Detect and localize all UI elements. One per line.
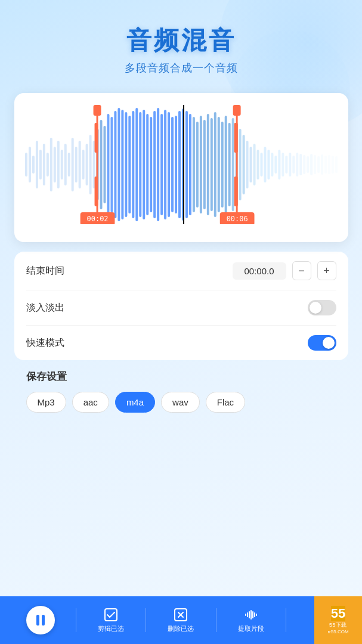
page-subtitle: 多段音频合成一个音频 [125,61,238,75]
svg-rect-30 [132,111,134,218]
header: 音频混音 多段音频合成一个音频 [125,0,238,81]
waveform-card: 00:02 00:06 [14,93,348,242]
end-time-minus-button[interactable]: − [292,261,311,280]
svg-rect-50 [203,120,205,209]
svg-rect-93 [93,105,101,116]
end-time-row: 结束时间 00:00.0 − + [26,252,336,290]
fast-mode-label: 快速模式 [26,337,64,349]
svg-rect-66 [260,153,262,177]
svg-rect-36 [153,111,156,218]
format-mp3-button[interactable]: Mp3 [26,392,66,413]
svg-rect-5 [42,144,45,185]
svg-rect-37 [157,108,159,221]
format-aac-button[interactable]: aac [72,392,109,413]
svg-rect-6 [46,153,48,177]
settings-area: 结束时间 00:00.0 − + 淡入淡出 快速模式 [14,252,348,360]
svg-rect-96 [182,105,184,224]
end-time-plus-button[interactable]: + [317,261,336,280]
svg-rect-79 [307,156,309,173]
fast-mode-toggle-knob [323,337,335,349]
svg-rect-7 [49,138,52,191]
svg-rect-74 [289,153,291,177]
format-m4a-button[interactable]: m4a [115,392,155,413]
svg-rect-55 [221,122,223,208]
save-settings-title: 保存设置 [26,370,336,383]
svg-rect-52 [210,118,212,211]
page-title: 音频混音 [125,24,238,57]
svg-rect-47 [192,117,194,212]
waveform-container[interactable]: 00:02 00:06 [24,105,339,224]
fade-toggle[interactable] [308,300,336,315]
svg-rect-3 [35,141,38,188]
svg-rect-63 [249,147,252,182]
svg-rect-67 [264,147,266,182]
svg-rect-77 [299,154,302,175]
watermark-url: rr55.COM [327,629,348,634]
svg-rect-94 [236,105,237,224]
svg-rect-69 [271,153,273,177]
format-flac-button[interactable]: Flac [206,392,245,413]
svg-rect-38 [160,114,163,215]
svg-rect-43 [178,111,181,218]
svg-rect-56 [224,116,227,213]
svg-rect-34 [146,114,148,215]
svg-rect-61 [242,135,245,194]
svg-rect-2 [32,156,34,174]
svg-rect-64 [253,144,255,185]
svg-text:00:02: 00:02 [86,215,108,223]
svg-rect-76 [296,153,298,177]
svg-rect-12 [67,153,70,177]
svg-rect-95 [233,105,240,116]
svg-rect-82 [317,156,320,173]
watermark-logo: 55 [331,606,345,621]
watermark: 55 55下载 rr55.COM [314,596,362,644]
svg-rect-75 [292,156,295,174]
svg-rect-48 [196,122,198,208]
svg-rect-17 [85,144,88,185]
watermark-brand: 55下载 [329,621,347,629]
svg-rect-45 [185,111,187,218]
svg-rect-46 [188,114,191,215]
svg-rect-42 [175,116,177,213]
svg-rect-26 [117,108,120,221]
svg-rect-39 [164,110,166,219]
end-time-label: 结束时间 [26,265,64,277]
svg-rect-14 [75,147,77,182]
svg-rect-84 [324,156,327,174]
svg-rect-62 [246,141,248,188]
end-time-value: 00:00.0 [233,262,286,280]
fast-mode-row: 快速模式 [26,326,336,360]
format-wav-button[interactable]: wav [161,392,200,413]
svg-rect-4 [39,150,41,179]
svg-rect-0 [24,153,27,177]
svg-rect-27 [121,110,123,219]
svg-text:00:06: 00:06 [226,215,247,223]
svg-rect-24 [110,117,113,212]
svg-rect-65 [256,150,259,179]
svg-rect-71 [278,150,280,179]
svg-rect-83 [321,154,323,175]
svg-rect-72 [281,153,284,177]
save-settings-section: 保存设置 Mp3 aac m4a wav Flac [14,370,348,413]
svg-rect-10 [60,150,63,179]
svg-rect-68 [267,150,270,179]
svg-rect-80 [310,154,313,175]
svg-rect-1 [28,147,30,182]
svg-rect-41 [171,117,174,212]
svg-rect-23 [107,114,109,215]
svg-rect-60 [239,129,241,200]
svg-rect-40 [168,112,170,217]
svg-rect-86 [332,156,334,174]
svg-rect-28 [125,112,127,217]
svg-rect-81 [314,155,316,174]
svg-rect-49 [199,116,202,213]
svg-rect-18 [89,135,91,194]
svg-rect-85 [328,155,330,174]
svg-rect-87 [335,156,338,173]
svg-rect-35 [150,117,152,212]
fade-label: 淡入淡出 [26,302,64,314]
svg-rect-92 [96,105,98,224]
fast-mode-toggle[interactable] [308,335,336,351]
svg-rect-9 [57,141,59,188]
svg-rect-57 [228,123,230,206]
